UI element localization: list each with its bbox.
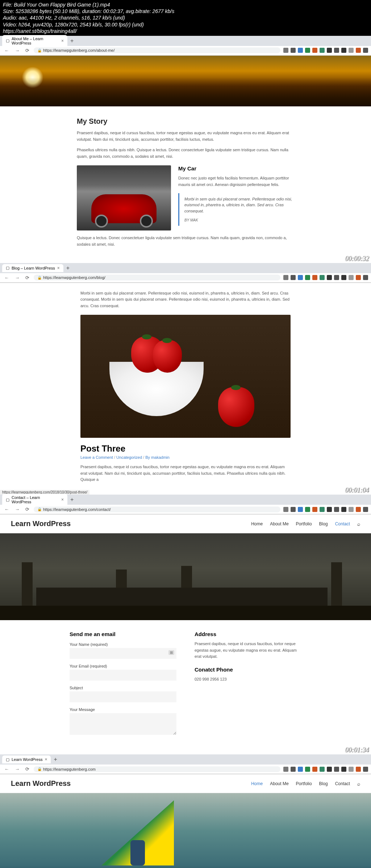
extension-icon[interactable] [305,275,310,280]
close-icon[interactable]: × [61,497,64,502]
close-icon[interactable]: × [61,38,64,43]
autofill-icon[interactable]: ⊞ [168,650,174,655]
extension-icon[interactable] [349,507,354,512]
extension-icon[interactable] [349,275,354,280]
author-link[interactable]: makadmin [151,455,170,460]
nav-blog[interactable]: Blog [319,781,328,786]
leave-comment-link[interactable]: Leave a Comment [80,455,113,460]
paragraph: Morbi in sem quis dui placerat ornare. P… [80,290,291,309]
nav-contact[interactable]: Contact [335,781,350,786]
reload-button[interactable]: ⟳ [24,766,31,772]
close-icon[interactable]: × [57,266,60,271]
nav-contact[interactable]: Contact [335,521,350,526]
post-title[interactable]: Post Three [80,444,291,454]
extension-icon[interactable] [291,48,296,53]
extension-icon[interactable] [327,48,332,53]
extension-icon[interactable] [341,767,346,772]
new-tab-button[interactable]: + [67,496,76,504]
browser-tab[interactable]: ▢ About Me – Learn WordPress × [2,35,67,47]
extension-icon[interactable] [327,767,332,772]
extension-icon[interactable] [363,275,368,280]
nav-about[interactable]: About Me [270,781,288,786]
browser-tab[interactable]: ▢ Contact – Learn WordPress × [2,494,67,505]
extension-icon[interactable] [305,48,310,53]
nav-home[interactable]: Home [251,521,263,526]
extension-icon[interactable] [356,767,361,772]
url-input[interactable]: 🔒 https://learnwpgutenberg.com [34,766,280,772]
extension-icon[interactable] [363,507,368,512]
extension-icon[interactable] [363,767,368,772]
url-input[interactable]: 🔒 https://learnwpgutenberg.com/contact/ [34,507,280,512]
extension-icon[interactable] [356,48,361,53]
nav-portfolio[interactable]: Portfolio [296,521,312,526]
new-tab-button[interactable]: + [67,37,76,45]
extension-icon[interactable] [298,767,303,772]
extension-icon[interactable] [312,767,317,772]
extension-icon[interactable] [305,507,310,512]
extension-icon[interactable] [349,48,354,53]
message-textarea[interactable] [70,713,176,735]
extension-icon[interactable] [312,507,317,512]
subject-input[interactable] [70,691,176,702]
extension-icon[interactable] [334,507,339,512]
extension-icon[interactable] [291,275,296,280]
extension-icon[interactable] [298,48,303,53]
reload-button[interactable]: ⟳ [24,274,31,281]
extension-icon[interactable] [283,48,288,53]
extension-icon[interactable] [327,275,332,280]
extension-icon[interactable] [334,275,339,280]
browser-tab[interactable]: ▢ Learn WordPress × [2,755,51,763]
site-logo[interactable]: Learn WordPress [11,520,71,528]
extension-icon[interactable] [298,275,303,280]
reload-button[interactable]: ⟳ [24,47,31,54]
extension-icon[interactable] [291,767,296,772]
nav-about[interactable]: About Me [270,521,288,526]
extension-icon[interactable] [356,275,361,280]
extension-icon[interactable] [320,507,325,512]
name-input[interactable] [70,648,176,659]
url-input[interactable]: 🔒 https://learnwpgutenberg.com/about-me/ [34,47,280,53]
extension-icon[interactable] [341,275,346,280]
close-icon[interactable]: × [45,757,47,762]
new-tab-button[interactable]: + [51,755,60,763]
extension-icon[interactable] [298,507,303,512]
search-icon[interactable]: ⌕ [357,781,360,787]
url-input[interactable]: 🔒 https://learnwpgutenberg.com/blog/ [34,275,280,280]
extension-icon[interactable] [283,507,288,512]
extension-icon[interactable] [334,767,339,772]
back-button[interactable]: ← [3,506,11,513]
extension-icon[interactable] [356,507,361,512]
extension-icon[interactable] [312,275,317,280]
extension-icon[interactable] [320,767,325,772]
extension-icon[interactable] [334,48,339,53]
extension-icon[interactable] [312,48,317,53]
forward-button[interactable]: → [13,274,21,281]
forward-button[interactable]: → [13,766,21,772]
email-input[interactable] [70,670,176,681]
search-icon[interactable]: ⌕ [357,521,360,527]
extension-icon[interactable] [341,48,346,53]
extension-icon[interactable] [305,767,310,772]
extension-icon[interactable] [320,275,325,280]
extension-icon[interactable] [349,767,354,772]
extension-icon[interactable] [320,48,325,53]
category-link[interactable]: Uncategorized [116,455,142,460]
browser-tab[interactable]: ▢ Blog – Learn WordPress × [2,264,63,272]
back-button[interactable]: ← [3,274,11,281]
back-button[interactable]: ← [3,766,11,772]
extension-icon[interactable] [341,507,346,512]
forward-button[interactable]: → [13,47,21,54]
extension-icon[interactable] [363,48,368,53]
new-tab-button[interactable]: + [63,264,72,272]
nav-home[interactable]: Home [251,781,263,786]
extension-icon[interactable] [283,275,288,280]
extension-icon[interactable] [291,507,296,512]
extension-icon[interactable] [283,767,288,772]
reload-button[interactable]: ⟳ [24,506,31,513]
extension-icon[interactable] [327,507,332,512]
forward-button[interactable]: → [13,506,21,513]
nav-blog[interactable]: Blog [319,521,328,526]
back-button[interactable]: ← [3,47,11,54]
nav-portfolio[interactable]: Portfolio [296,781,312,786]
site-logo[interactable]: Learn WordPress [11,779,71,788]
